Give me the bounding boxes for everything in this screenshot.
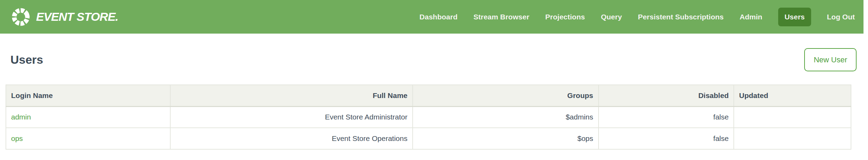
- nav-item-query[interactable]: Query: [601, 13, 622, 21]
- user-login-link[interactable]: ops: [11, 134, 23, 142]
- column-header-groups: Groups: [413, 85, 599, 106]
- disabled-cell: false: [599, 106, 734, 128]
- groups-cell: $ops: [413, 128, 599, 149]
- column-header-disabled: Disabled: [599, 85, 734, 106]
- table-row: admin Event Store Administrator $admins …: [6, 106, 851, 128]
- logo-wordmark: EVENT STORE.: [36, 10, 118, 24]
- nav-item-dashboard[interactable]: Dashboard: [420, 13, 458, 21]
- full-name-cell: Event Store Operations: [170, 128, 413, 149]
- groups-cell: $admins: [413, 106, 599, 128]
- nav-item-users[interactable]: Users: [778, 8, 811, 26]
- table-row: ops Event Store Operations $ops false: [6, 128, 851, 149]
- event-store-shutter-icon: [10, 7, 31, 27]
- nav-item-stream-browser[interactable]: Stream Browser: [473, 13, 529, 21]
- page-title: Users: [10, 53, 43, 66]
- column-header-login-name: Login Name: [6, 85, 170, 106]
- updated-cell: [734, 128, 851, 149]
- full-name-cell: Event Store Administrator: [170, 106, 413, 128]
- user-login-link[interactable]: admin: [11, 113, 31, 121]
- top-navbar: EVENT STORE. Dashboard Stream Browser Pr…: [0, 0, 863, 34]
- column-header-updated: Updated: [734, 85, 851, 106]
- disabled-cell: false: [599, 128, 734, 149]
- updated-cell: [734, 106, 851, 128]
- page-header: Users New User: [10, 48, 857, 71]
- table-header-row: Login Name Full Name Groups Disabled Upd…: [6, 85, 851, 106]
- nav-item-log-out[interactable]: Log Out: [827, 13, 855, 21]
- new-user-button[interactable]: New User: [804, 48, 857, 71]
- nav-item-persistent-subscriptions[interactable]: Persistent Subscriptions: [638, 13, 723, 21]
- main-nav: Dashboard Stream Browser Projections Que…: [420, 8, 863, 26]
- users-table: Login Name Full Name Groups Disabled Upd…: [6, 85, 851, 150]
- nav-item-admin[interactable]: Admin: [740, 13, 762, 21]
- column-header-full-name: Full Name: [170, 85, 413, 106]
- event-store-logo[interactable]: EVENT STORE.: [10, 7, 118, 27]
- nav-item-projections[interactable]: Projections: [545, 13, 585, 21]
